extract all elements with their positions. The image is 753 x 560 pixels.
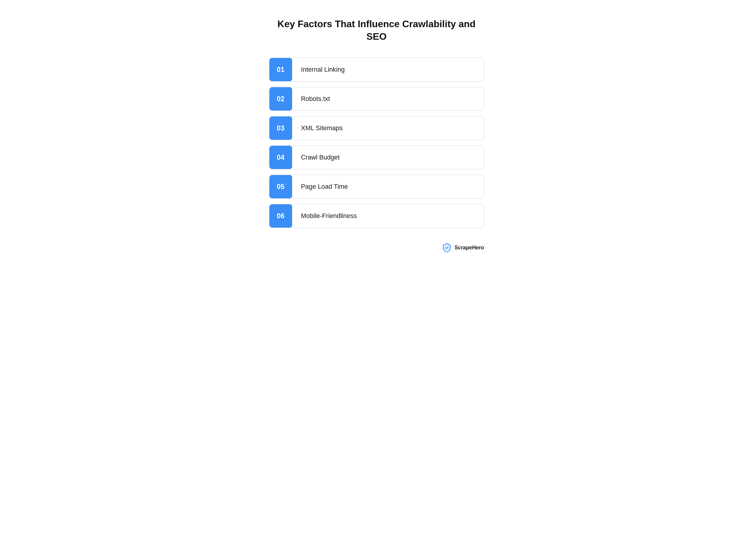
page-title: Key Factors That Influence Crawlability … xyxy=(269,18,484,43)
number-badge-05: 05 xyxy=(270,175,292,198)
list-container: 01Internal Linking02Robots.txt03XML Site… xyxy=(269,58,484,228)
footer: ScrapeHero xyxy=(442,243,484,253)
item-label-5: Page Load Time xyxy=(292,177,357,197)
item-label-2: Robots.txt xyxy=(292,89,339,109)
item-label-1: Internal Linking xyxy=(292,60,354,79)
item-label-4: Crawl Budget xyxy=(292,147,349,167)
scrapehero-logo-icon xyxy=(442,243,452,253)
footer-brand-name: ScrapeHero xyxy=(455,245,484,251)
list-item: 03XML Sitemaps xyxy=(269,116,484,140)
list-item: 04Crawl Budget xyxy=(269,145,484,169)
list-item: 05Page Load Time xyxy=(269,175,484,199)
page-container: Key Factors That Influence Crawlability … xyxy=(269,18,484,253)
list-item: 02Robots.txt xyxy=(269,87,484,111)
number-badge-01: 01 xyxy=(270,58,292,81)
list-item: 01Internal Linking xyxy=(269,58,484,82)
number-badge-04: 04 xyxy=(270,146,292,169)
number-badge-06: 06 xyxy=(270,204,292,227)
item-label-3: XML Sitemaps xyxy=(292,118,352,138)
item-label-6: Mobile-Friendliness xyxy=(292,206,366,226)
number-badge-02: 02 xyxy=(270,87,292,111)
list-item: 06Mobile-Friendliness xyxy=(269,204,484,228)
number-badge-03: 03 xyxy=(270,117,292,140)
